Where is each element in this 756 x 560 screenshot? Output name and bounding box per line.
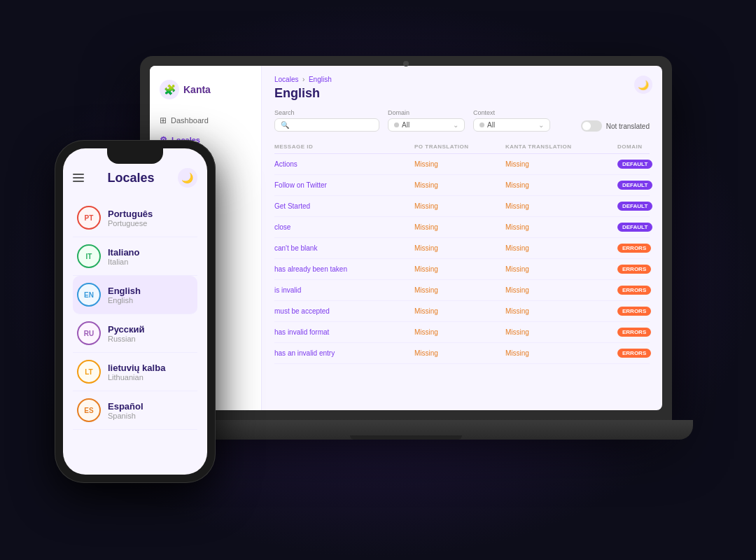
search-input[interactable]: 🔍 [274,118,379,132]
cell-po-translation: Missing [414,181,505,189]
cell-po-translation: Missing [414,307,505,315]
locale-info: Português Portuguese [108,209,153,227]
cell-message-id[interactable]: has invalid format [274,328,414,336]
locale-name: Español [108,401,144,412]
table-row[interactable]: must be accepted Missing Missing ERRORS … [274,301,650,322]
th-po-translation: PO TRANSLATION [414,144,505,150]
cell-message-id[interactable]: Get Started [274,202,414,210]
locale-list-item[interactable]: PT Português Portuguese [73,199,197,237]
locale-language: Portuguese [108,219,153,227]
phone-dark-mode-button[interactable]: 🌙 [178,168,197,188]
context-value: All [487,121,495,129]
hamburger-line-3 [73,181,84,182]
locale-avatar: EN [77,283,101,307]
app-name: Kanta [183,84,211,95]
cell-domain: ERRORS [617,349,662,358]
cell-po-translation: Missing [414,202,505,210]
cell-po-translation: Missing [414,349,505,357]
search-label: Search [274,109,379,116]
hamburger-line-2 [73,177,84,178]
locale-list-item[interactable]: EN English English [73,276,197,314]
nav-dashboard-label: Dashboard [171,116,209,125]
locale-info: Русский Russian [108,324,145,343]
locale-language: Russian [108,335,145,343]
desktop-main: 🌙 Locales › English English Search 🔍 [262,66,662,410]
cell-message-id[interactable]: must be accepted [274,307,414,315]
search-group: Search 🔍 [274,109,379,132]
not-translated-toggle[interactable]: Not translated [581,120,650,132]
locale-list-item[interactable]: ES Español Spanish [73,391,197,430]
cell-po-translation: Missing [414,265,505,273]
locale-list-item[interactable]: LT lietuvių kalba Lithuanian [73,353,197,391]
breadcrumb-parent[interactable]: Locales [274,76,298,83]
cell-domain: DEFAULT [617,202,662,211]
dark-mode-button[interactable]: 🌙 [634,76,652,94]
cell-kanta-translation: Missing [505,265,617,273]
locale-name: lietuvių kalba [108,363,165,373]
domain-value: All [402,121,410,129]
cell-message-id[interactable]: Follow on Twitter [274,181,414,189]
locale-language: English [108,296,141,304]
context-chevron: ⌄ [538,121,544,129]
cell-message-id[interactable]: has an invalid entry [274,349,414,357]
translations-table: MESSAGE ID PO TRANSLATION KANTA TRANSLAT… [274,140,650,364]
domain-badge: ERRORS [617,349,651,358]
table-row[interactable]: is invalid Missing Missing ERRORS NONE S… [274,280,650,301]
locale-name: Русский [108,324,145,335]
domain-select[interactable]: All ⌄ [388,118,465,132]
cell-kanta-translation: Missing [505,181,617,189]
table-row[interactable]: close Missing Missing DEFAULT NONE SINGU… [274,217,650,238]
phone-screen: Locales 🌙 PT Português Portuguese IT Ita… [63,148,207,475]
context-select[interactable]: All ⌄ [473,118,550,132]
domain-badge: ERRORS [617,307,651,316]
table-header: MESSAGE ID PO TRANSLATION KANTA TRANSLAT… [274,140,650,154]
laptop-screen: 🧩 Kanta ⊞ Dashboard ⚙ Locales 🌙 [150,66,662,410]
nav-item-dashboard[interactable]: ⊞ Dashboard [150,111,261,130]
table-row[interactable]: can't be blank Missing Missing ERRORS NO… [274,238,650,259]
cell-kanta-translation: Missing [505,349,617,357]
cell-kanta-translation: Missing [505,160,617,168]
cell-kanta-translation: Missing [505,223,617,231]
phone-inner: Locales 🌙 PT Português Portuguese IT Ita… [63,148,207,475]
locale-list-item[interactable]: IT Italiano Italian [73,237,197,276]
locale-name: Português [108,209,153,219]
app-logo: 🧩 Kanta [150,74,261,111]
domain-badge: DEFAULT [617,181,652,190]
cell-message-id[interactable]: has already been taken [274,265,414,273]
domain-badge: ERRORS [617,328,651,337]
table-row[interactable]: Get Started Missing Missing DEFAULT NONE… [274,196,650,217]
table-row[interactable]: has already been taken Missing Missing E… [274,259,650,280]
cell-domain: ERRORS [617,286,662,295]
table-rows: Actions Missing Missing DEFAULT NONE SIN… [274,154,650,364]
cell-kanta-translation: Missing [505,286,617,294]
locale-list-item[interactable]: RU Русский Russian [73,314,197,353]
cell-domain: DEFAULT [617,181,662,190]
domain-group: Domain All ⌄ [388,109,465,132]
table-row[interactable]: has an invalid entry Missing Missing ERR… [274,343,650,364]
cell-po-translation: Missing [414,244,505,252]
breadcrumb: Locales › English [274,76,650,83]
page-title: English [274,86,650,101]
table-row[interactable]: Follow on Twitter Missing Missing DEFAUL… [274,175,650,196]
locale-name: Italiano [108,247,140,258]
cell-message-id[interactable]: is invalid [274,286,414,294]
domain-dot [394,122,399,127]
table-row[interactable]: has invalid format Missing Missing ERROR… [274,322,650,343]
hamburger-menu-button[interactable] [73,174,84,182]
toggle-switch[interactable] [581,120,602,132]
domain-badge: DEFAULT [617,202,652,211]
domain-badge: ERRORS [617,244,651,253]
table-row[interactable]: Actions Missing Missing DEFAULT NONE SIN… [274,154,650,175]
cell-message-id[interactable]: Actions [274,160,414,168]
cell-po-translation: Missing [414,160,505,168]
locale-language: Lithuanian [108,373,165,382]
cell-message-id[interactable]: can't be blank [274,244,414,252]
cell-domain: DEFAULT [617,223,662,232]
cell-kanta-translation: Missing [505,307,617,315]
dashboard-icon: ⊞ [160,115,167,125]
phone-notch [107,148,163,164]
cell-message-id[interactable]: close [274,223,414,231]
context-label: Context [473,109,550,116]
search-icon: 🔍 [281,121,289,129]
cell-domain: ERRORS [617,307,662,316]
